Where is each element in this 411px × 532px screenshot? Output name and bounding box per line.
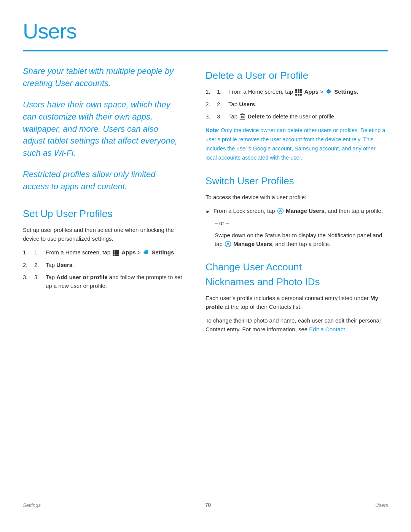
content-area: Share your tablet with multiple people b… xyxy=(23,65,388,490)
delete-label: Delete xyxy=(248,113,265,120)
settings-label-left-1: Settings xyxy=(151,249,174,256)
apps-grid-icon-r1 xyxy=(295,89,302,96)
bullet-item-1: ► From a Lock screen, tap Manage Users, … xyxy=(206,207,388,216)
section-switch-title: Switch User Profiles xyxy=(206,174,388,189)
note-body: : Only the device owner can delete other… xyxy=(206,127,385,161)
note-label: Note xyxy=(206,127,218,133)
change-desc-2a: To change their ID photo and name, each … xyxy=(206,317,381,332)
svg-point-11 xyxy=(280,209,282,211)
change-desc-2: To change their ID photo and name, each … xyxy=(206,316,388,334)
users-label-d2: Users xyxy=(239,101,255,107)
bullet-arrow-icon: ► xyxy=(206,208,210,216)
step-3-text: Tap Add user or profile and follow the p… xyxy=(46,273,183,290)
delete-steps: 1. From a Home screen, tap Apps > Setti xyxy=(206,88,388,121)
settings-label-r1: Settings xyxy=(334,88,357,95)
delete-step-3: 3. Tap Delete to delete the user xyxy=(206,112,388,121)
section-change-title-line2: Nicknames and Photo IDs xyxy=(206,276,320,288)
change-desc-1a: Each user’s profile includes a personal … xyxy=(206,295,370,301)
section-switch-desc: To access the device with a user profile… xyxy=(206,193,388,202)
step-2-text: Tap Users. xyxy=(46,261,74,270)
intro-text-3: Restricted profiles allow only limited a… xyxy=(23,168,183,193)
svg-point-13 xyxy=(227,243,229,244)
step-2: 2. Tap Users. xyxy=(23,261,183,270)
section-change-title-line1: Change User Account xyxy=(206,261,302,273)
right-column: Delete a User or Profile 1. From a Home … xyxy=(206,65,388,490)
delete-step-3-text: Tap Delete to delete the user or profile… xyxy=(228,112,336,121)
footer-right: Users xyxy=(375,502,388,509)
apps-grid-icon xyxy=(113,250,119,256)
settings-icon-left-1 xyxy=(143,249,150,256)
title-divider xyxy=(23,50,388,51)
manage-users-icon-2 xyxy=(225,241,231,248)
delete-step-2: 2. Tap Users. xyxy=(206,100,388,109)
left-column: Share your tablet with multiple people b… xyxy=(23,65,183,490)
step-2-num: 2. xyxy=(34,261,43,270)
manage-users-label-1: Manage Users xyxy=(286,208,325,214)
delete-step-1-num: 1. xyxy=(217,88,226,96)
delete-step-3-num: 3. xyxy=(217,112,226,121)
edit-contact-link[interactable]: Edit a Contact xyxy=(309,326,345,332)
step-1: 1. From a Home screen, tap Apps > Setti xyxy=(23,248,183,257)
footer-row: Settings 70 Users xyxy=(23,501,388,509)
settings-icon-right-1 xyxy=(325,88,332,95)
delete-step-1-text: From a Home screen, tap Apps > Settings. xyxy=(228,88,358,96)
footer: Settings 70 Users xyxy=(23,490,388,509)
note-content: Note: Only the device owner can delete o… xyxy=(206,127,385,161)
page: Users Share your tablet with multiple pe… xyxy=(0,0,411,532)
apps-label: Apps xyxy=(121,249,136,256)
delete-step-2-num: 2. xyxy=(217,100,226,109)
step-1-num: 1. xyxy=(34,248,43,257)
section-set-up-desc: Set up user profiles and then select one… xyxy=(23,226,183,243)
intro-text-2: Users have their own space, which they c… xyxy=(23,99,183,159)
delete-step-2-text: Tap Users. xyxy=(228,100,256,109)
section-delete-title: Delete a User or Profile xyxy=(206,68,388,83)
step-3-num: 3. xyxy=(34,273,43,282)
intro-text-1: Share your tablet with multiple people b… xyxy=(23,65,183,89)
manage-users-icon-1 xyxy=(277,208,284,214)
footer-center: 70 xyxy=(205,501,211,509)
page-title: Users xyxy=(23,15,388,47)
change-desc-1b: at the top of their Contacts list. xyxy=(223,304,302,310)
step-3: 3. Tap Add user or profile and follow th… xyxy=(23,273,183,290)
change-desc-1: Each user’s profile includes a personal … xyxy=(206,294,388,311)
section-change-title: Change User Account Nicknames and Photo … xyxy=(206,260,388,289)
add-user-label: Add user or profile xyxy=(56,274,107,280)
footer-left: Settings xyxy=(23,502,41,509)
swipe-text: Swipe down on the Status bar to display … xyxy=(215,231,388,248)
trash-icon xyxy=(239,113,245,120)
delete-step-1: 1. From a Home screen, tap Apps > Setti xyxy=(206,88,388,96)
users-label-s2: Users xyxy=(56,262,72,268)
note-box: Note: Only the device owner can delete o… xyxy=(206,126,388,162)
or-divider: – or – xyxy=(215,219,388,228)
set-up-steps: 1. From a Home screen, tap Apps > Setti xyxy=(23,248,183,290)
manage-users-label-2: Manage Users xyxy=(233,241,272,247)
step-1-text: From a Home screen, tap Apps > Settings. xyxy=(46,248,176,257)
change-desc-2b: . xyxy=(345,326,347,332)
apps-label-r1: Apps xyxy=(304,88,319,95)
section-set-up-title: Set Up User Profiles xyxy=(23,206,183,221)
bullet-1-text: From a Lock screen, tap Manage Users, an… xyxy=(213,207,383,216)
